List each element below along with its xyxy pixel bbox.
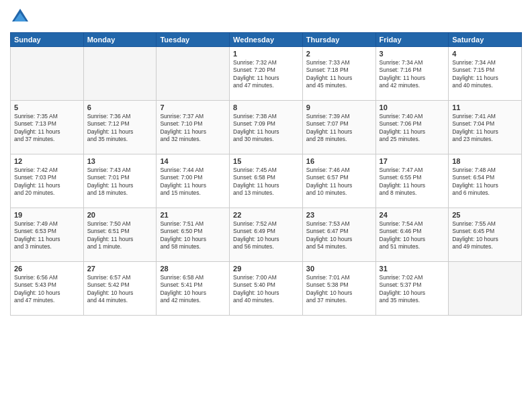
- day-number: 24: [380, 211, 445, 219]
- header: [10, 7, 522, 27]
- day-number: 14: [160, 157, 226, 165]
- day-number: 16: [306, 157, 372, 165]
- col-header-wednesday: Wednesday: [230, 33, 303, 47]
- page: SundayMondayTuesdayWednesdayThursdayFrid…: [0, 0, 532, 411]
- day-number: 8: [233, 103, 299, 111]
- day-cell: 22Sunrise: 7:52 AM Sunset: 6:49 PM Dayli…: [230, 208, 303, 262]
- day-cell: [449, 262, 522, 316]
- day-info: Sunrise: 7:51 AM Sunset: 6:50 PM Dayligh…: [160, 220, 226, 251]
- day-info: Sunrise: 7:54 AM Sunset: 6:46 PM Dayligh…: [380, 220, 445, 251]
- col-header-monday: Monday: [83, 33, 157, 47]
- day-cell: 7Sunrise: 7:37 AM Sunset: 7:10 PM Daylig…: [157, 101, 230, 154]
- day-cell: [11, 47, 84, 101]
- day-number: 22: [233, 211, 299, 219]
- day-number: 3: [380, 50, 445, 58]
- day-number: 5: [14, 103, 80, 111]
- day-cell: 26Sunrise: 6:56 AM Sunset: 5:43 PM Dayli…: [11, 262, 84, 316]
- day-info: Sunrise: 7:02 AM Sunset: 5:37 PM Dayligh…: [380, 274, 445, 305]
- week-row-2: 5Sunrise: 7:35 AM Sunset: 7:13 PM Daylig…: [11, 101, 522, 154]
- day-number: 26: [14, 265, 80, 273]
- day-cell: 14Sunrise: 7:44 AM Sunset: 7:00 PM Dayli…: [157, 154, 230, 208]
- day-info: Sunrise: 7:45 AM Sunset: 6:58 PM Dayligh…: [233, 167, 299, 197]
- day-info: Sunrise: 7:48 AM Sunset: 6:54 PM Dayligh…: [452, 167, 518, 197]
- week-row-3: 12Sunrise: 7:42 AM Sunset: 7:03 PM Dayli…: [11, 154, 522, 208]
- day-cell: [83, 47, 157, 101]
- day-info: Sunrise: 7:38 AM Sunset: 7:09 PM Dayligh…: [233, 113, 299, 144]
- week-row-4: 19Sunrise: 7:49 AM Sunset: 6:53 PM Dayli…: [11, 208, 522, 262]
- day-number: 23: [306, 211, 372, 219]
- day-number: 2: [306, 50, 372, 58]
- day-cell: 6Sunrise: 7:36 AM Sunset: 7:12 PM Daylig…: [83, 101, 157, 154]
- logo-icon: [10, 7, 30, 27]
- day-cell: 1Sunrise: 7:32 AM Sunset: 7:20 PM Daylig…: [230, 47, 303, 101]
- day-info: Sunrise: 7:00 AM Sunset: 5:40 PM Dayligh…: [233, 274, 299, 305]
- day-cell: 17Sunrise: 7:47 AM Sunset: 6:55 PM Dayli…: [375, 154, 449, 208]
- day-info: Sunrise: 7:34 AM Sunset: 7:16 PM Dayligh…: [380, 59, 445, 90]
- day-info: Sunrise: 7:35 AM Sunset: 7:13 PM Dayligh…: [14, 113, 80, 144]
- day-cell: 21Sunrise: 7:51 AM Sunset: 6:50 PM Dayli…: [157, 208, 230, 262]
- day-cell: 8Sunrise: 7:38 AM Sunset: 7:09 PM Daylig…: [230, 101, 303, 154]
- day-cell: 19Sunrise: 7:49 AM Sunset: 6:53 PM Dayli…: [11, 208, 84, 262]
- header-row: SundayMondayTuesdayWednesdayThursdayFrid…: [11, 33, 522, 47]
- col-header-sunday: Sunday: [11, 33, 84, 47]
- day-number: 18: [452, 157, 518, 165]
- day-number: 30: [306, 265, 372, 273]
- day-info: Sunrise: 7:37 AM Sunset: 7:10 PM Dayligh…: [160, 113, 226, 144]
- day-info: Sunrise: 7:44 AM Sunset: 7:00 PM Dayligh…: [160, 167, 226, 197]
- day-info: Sunrise: 6:58 AM Sunset: 5:41 PM Dayligh…: [160, 274, 226, 305]
- day-number: 6: [87, 103, 153, 111]
- day-number: 27: [87, 265, 153, 273]
- col-header-thursday: Thursday: [302, 33, 375, 47]
- week-row-5: 26Sunrise: 6:56 AM Sunset: 5:43 PM Dayli…: [11, 262, 522, 316]
- day-info: Sunrise: 7:47 AM Sunset: 6:55 PM Dayligh…: [380, 167, 445, 197]
- day-info: Sunrise: 7:39 AM Sunset: 7:07 PM Dayligh…: [306, 113, 372, 144]
- day-cell: 27Sunrise: 6:57 AM Sunset: 5:42 PM Dayli…: [83, 262, 157, 316]
- day-cell: 16Sunrise: 7:46 AM Sunset: 6:57 PM Dayli…: [302, 154, 375, 208]
- day-info: Sunrise: 7:01 AM Sunset: 5:38 PM Dayligh…: [306, 274, 372, 305]
- col-header-friday: Friday: [375, 33, 449, 47]
- day-info: Sunrise: 6:56 AM Sunset: 5:43 PM Dayligh…: [14, 274, 80, 305]
- day-cell: 20Sunrise: 7:50 AM Sunset: 6:51 PM Dayli…: [83, 208, 157, 262]
- day-info: Sunrise: 7:41 AM Sunset: 7:04 PM Dayligh…: [452, 113, 518, 144]
- day-cell: 4Sunrise: 7:34 AM Sunset: 7:15 PM Daylig…: [449, 47, 522, 101]
- day-cell: 29Sunrise: 7:00 AM Sunset: 5:40 PM Dayli…: [230, 262, 303, 316]
- day-info: Sunrise: 7:42 AM Sunset: 7:03 PM Dayligh…: [14, 167, 80, 197]
- day-cell: [157, 47, 230, 101]
- day-cell: 5Sunrise: 7:35 AM Sunset: 7:13 PM Daylig…: [11, 101, 84, 154]
- day-number: 9: [306, 103, 372, 111]
- day-info: Sunrise: 7:36 AM Sunset: 7:12 PM Dayligh…: [87, 113, 153, 144]
- day-cell: 12Sunrise: 7:42 AM Sunset: 7:03 PM Dayli…: [11, 154, 84, 208]
- day-number: 29: [233, 265, 299, 273]
- day-cell: 15Sunrise: 7:45 AM Sunset: 6:58 PM Dayli…: [230, 154, 303, 208]
- col-header-tuesday: Tuesday: [157, 33, 230, 47]
- day-info: Sunrise: 7:32 AM Sunset: 7:20 PM Dayligh…: [233, 59, 299, 90]
- day-info: Sunrise: 7:46 AM Sunset: 6:57 PM Dayligh…: [306, 167, 372, 197]
- day-cell: 13Sunrise: 7:43 AM Sunset: 7:01 PM Dayli…: [83, 154, 157, 208]
- day-number: 12: [14, 157, 80, 165]
- day-info: Sunrise: 7:43 AM Sunset: 7:01 PM Dayligh…: [87, 167, 153, 197]
- logo: [10, 7, 33, 27]
- col-header-saturday: Saturday: [449, 33, 522, 47]
- day-info: Sunrise: 7:55 AM Sunset: 6:45 PM Dayligh…: [452, 220, 518, 251]
- day-cell: 31Sunrise: 7:02 AM Sunset: 5:37 PM Dayli…: [375, 262, 449, 316]
- day-cell: 11Sunrise: 7:41 AM Sunset: 7:04 PM Dayli…: [449, 101, 522, 154]
- day-cell: 9Sunrise: 7:39 AM Sunset: 7:07 PM Daylig…: [302, 101, 375, 154]
- day-number: 25: [452, 211, 518, 219]
- day-info: Sunrise: 7:52 AM Sunset: 6:49 PM Dayligh…: [233, 220, 299, 251]
- day-number: 19: [14, 211, 80, 219]
- day-number: 17: [380, 157, 445, 165]
- day-cell: 30Sunrise: 7:01 AM Sunset: 5:38 PM Dayli…: [302, 262, 375, 316]
- day-number: 28: [160, 265, 226, 273]
- day-cell: 18Sunrise: 7:48 AM Sunset: 6:54 PM Dayli…: [449, 154, 522, 208]
- day-info: Sunrise: 7:40 AM Sunset: 7:06 PM Dayligh…: [380, 113, 445, 144]
- day-info: Sunrise: 7:53 AM Sunset: 6:47 PM Dayligh…: [306, 220, 372, 251]
- day-info: Sunrise: 7:49 AM Sunset: 6:53 PM Dayligh…: [14, 220, 80, 251]
- day-cell: 23Sunrise: 7:53 AM Sunset: 6:47 PM Dayli…: [302, 208, 375, 262]
- day-info: Sunrise: 7:34 AM Sunset: 7:15 PM Dayligh…: [452, 59, 518, 90]
- day-number: 15: [233, 157, 299, 165]
- day-number: 11: [452, 103, 518, 111]
- day-info: Sunrise: 7:33 AM Sunset: 7:18 PM Dayligh…: [306, 59, 372, 90]
- day-cell: 25Sunrise: 7:55 AM Sunset: 6:45 PM Dayli…: [449, 208, 522, 262]
- day-cell: 28Sunrise: 6:58 AM Sunset: 5:41 PM Dayli…: [157, 262, 230, 316]
- day-number: 13: [87, 157, 153, 165]
